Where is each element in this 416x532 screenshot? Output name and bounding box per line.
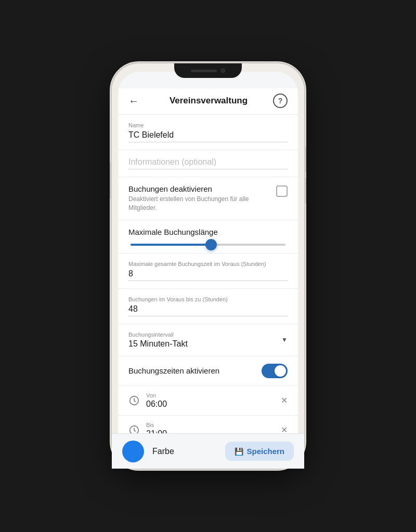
power-button <box>110 162 112 198</box>
buchungen-voraus-input[interactable]: 48 <box>128 304 288 316</box>
phone-screen: ← Vereinsverwaltung ? Name TC Bielefeld … <box>118 72 298 460</box>
camera <box>221 69 225 73</box>
phone-notch <box>174 63 242 78</box>
scroll-area[interactable]: Name TC Bielefeld Informationen (optiona… <box>118 115 298 460</box>
info-section: Informationen (optional) <box>118 150 298 177</box>
page-title: Vereinsverwaltung <box>144 96 273 106</box>
buchungsintervall-label: Buchungsintervall <box>128 331 281 338</box>
buchungen-deaktivieren-checkbox[interactable] <box>276 185 288 197</box>
buchungen-deaktivieren-section: Buchungen deaktivieren Deaktiviert erste… <box>118 177 298 220</box>
save-icon: 💾 <box>235 447 243 456</box>
buchungen-voraus-label: Buchungen im Voraus bis zu (Stunden) <box>128 296 288 302</box>
buchungen-deaktivieren-row: Buchungen deaktivieren Deaktiviert erste… <box>128 184 288 212</box>
buchungen-deaktivieren-title: Buchungen deaktivieren <box>128 184 271 193</box>
buchungen-deaktivieren-text: Buchungen deaktivieren Deaktiviert erste… <box>128 184 271 212</box>
von-time-content: Von 06:00 <box>146 392 275 409</box>
von-label: Von <box>146 392 275 398</box>
back-button[interactable]: ← <box>128 95 144 107</box>
farbe-label: Farbe <box>152 447 217 456</box>
von-value[interactable]: 06:00 <box>146 400 275 409</box>
name-input[interactable]: TC Bielefeld <box>128 130 288 142</box>
buchungsintervall-content: Buchungsintervall 15 Minuten-Takt <box>128 331 281 349</box>
buchungslaenge-section: Maximale Buchungslänge <box>118 220 298 254</box>
clock-von-icon <box>128 395 140 406</box>
bis-label: Bis <box>146 422 275 428</box>
speaker <box>191 70 217 72</box>
bottom-bar: Farbe 💾 Speichern <box>118 433 298 460</box>
save-label: Speichern <box>246 447 284 456</box>
max-buchungszeit-input[interactable]: 8 <box>128 269 288 281</box>
buchungslaenge-title: Maximale Buchungslänge <box>128 228 288 236</box>
buchungsintervall-value: 15 Minuten-Takt <box>128 339 281 349</box>
buchungszeiten-toggle[interactable] <box>262 364 288 378</box>
color-picker-circle[interactable] <box>122 441 144 461</box>
name-label: Name <box>128 122 288 128</box>
buchungslaenge-slider[interactable] <box>131 244 285 246</box>
toggle-knob <box>275 365 286 377</box>
volume-up-button <box>304 147 306 172</box>
max-buchungszeit-section: Maximale gesamte Buchungszeit im Voraus … <box>118 254 298 289</box>
chevron-down-icon: ▼ <box>281 336 288 343</box>
max-buchungszeit-label: Maximale gesamte Buchungszeit im Voraus … <box>128 261 288 267</box>
von-clear-button[interactable]: ✕ <box>281 395 288 405</box>
name-section: Name TC Bielefeld <box>118 115 298 150</box>
buchungen-deaktivieren-desc: Deaktiviert erstellen von Buchungen für … <box>128 195 271 212</box>
von-time-row: Von 06:00 ✕ <box>118 386 298 416</box>
slider-fill <box>131 244 211 246</box>
save-button[interactable]: 💾 Speichern <box>225 442 294 460</box>
volume-down-button <box>304 178 306 204</box>
buchungszeiten-row: Buchungszeiten aktivieren <box>118 356 298 386</box>
app-header: ← Vereinsverwaltung ? <box>118 88 298 115</box>
help-button[interactable]: ? <box>273 94 288 108</box>
info-input[interactable]: Informationen (optional) <box>128 157 288 169</box>
buchungen-voraus-section: Buchungen im Voraus bis zu (Stunden) 48 <box>118 289 298 324</box>
buchungsintervall-section[interactable]: Buchungsintervall 15 Minuten-Takt ▼ <box>118 324 298 356</box>
slider-thumb[interactable] <box>205 239 217 250</box>
buchungszeiten-label: Buchungszeiten aktivieren <box>128 366 219 375</box>
phone-frame: ← Vereinsverwaltung ? Name TC Bielefeld … <box>112 63 304 469</box>
